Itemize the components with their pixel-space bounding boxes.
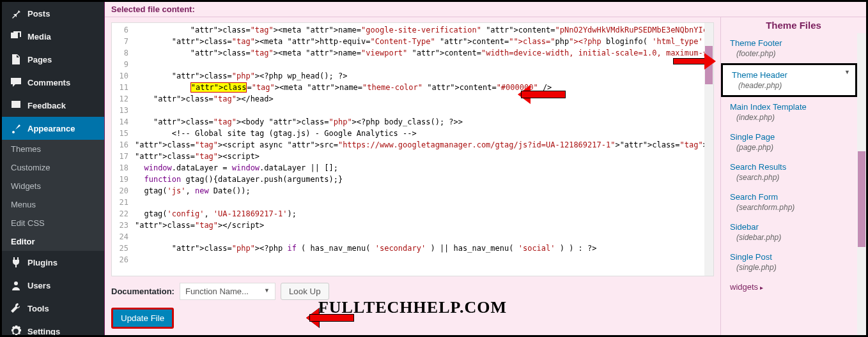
svg-point-0 bbox=[14, 281, 18, 285]
theme-file-single-page[interactable]: Single Page(page.php) bbox=[721, 127, 857, 157]
theme-file-search-results[interactable]: Search Results(search.php) bbox=[721, 157, 857, 187]
files-scrollbar[interactable] bbox=[857, 33, 866, 335]
sidebar-sub-editor[interactable]: Editor bbox=[2, 232, 104, 251]
selected-file-label: Selected file content: bbox=[105, 2, 866, 17]
media-icon bbox=[10, 30, 22, 43]
annotation-arrow bbox=[673, 53, 724, 70]
theme-file-search-form[interactable]: Search Form(searchform.php) bbox=[721, 187, 857, 217]
lookup-button[interactable]: Look Up bbox=[281, 283, 329, 300]
line-gutter: 67891011121314151617181920212223242526 bbox=[112, 23, 132, 276]
admin-sidebar: PostsMediaPagesCommentsFeedback Appearan… bbox=[2, 2, 104, 335]
theme-file-single-post[interactable]: Single Post(single.php) bbox=[721, 247, 857, 277]
sidebar-item-pages[interactable]: Pages bbox=[2, 48, 104, 71]
users-icon bbox=[10, 279, 22, 292]
sidebar-item-users[interactable]: Users bbox=[2, 274, 104, 297]
watermark: FULLTECHHELP.COM bbox=[318, 298, 507, 317]
brush-icon bbox=[10, 122, 22, 135]
documentation-label: Documentation: bbox=[111, 287, 174, 296]
sidebar-item-media[interactable]: Media bbox=[2, 25, 104, 48]
sidebar-sub-edit-css[interactable]: Edit CSS bbox=[2, 214, 104, 232]
code-content[interactable]: "attr">class="tag"><meta "attr">name="go… bbox=[132, 23, 704, 276]
plug-icon bbox=[10, 256, 22, 269]
theme-file-theme-header[interactable]: Theme Header(header.php) bbox=[721, 63, 857, 97]
feedback-icon bbox=[10, 99, 22, 112]
sidebar-sub-themes[interactable]: Themes bbox=[2, 140, 104, 158]
code-editor[interactable]: 67891011121314151617181920212223242526 "… bbox=[111, 22, 714, 276]
theme-file-theme-footer[interactable]: Theme Footer(footer.php) bbox=[721, 33, 857, 63]
sidebar-item-comments[interactable]: Comments bbox=[2, 71, 104, 94]
theme-file-main-index-template[interactable]: Main Index Template(index.php) bbox=[721, 97, 857, 127]
theme-file-widgets[interactable]: widgets bbox=[721, 277, 857, 297]
comment-icon bbox=[10, 76, 22, 89]
sidebar-item-feedback[interactable]: Feedback bbox=[2, 94, 104, 117]
sidebar-item-appearance[interactable]: Appearance bbox=[2, 117, 104, 140]
annotation-arrow bbox=[508, 85, 572, 104]
sidebar-item-posts[interactable]: Posts bbox=[2, 2, 104, 25]
page-icon bbox=[10, 53, 22, 66]
sidebar-item-plugins[interactable]: Plugins bbox=[2, 251, 104, 274]
sidebar-sub-menus[interactable]: Menus bbox=[2, 195, 104, 214]
wrench-icon bbox=[10, 302, 22, 315]
theme-file-sidebar[interactable]: Sidebar(sidebar.php) bbox=[721, 217, 857, 247]
sidebar-label: Appearance bbox=[27, 124, 75, 133]
update-file-button[interactable]: Update File bbox=[111, 308, 174, 329]
pin-icon bbox=[10, 7, 22, 20]
theme-files-panel: Theme Files Theme Footer(footer.php)Them… bbox=[720, 17, 866, 335]
main-area: Selected file content: 67891011121314151… bbox=[104, 2, 866, 335]
sidebar-sub-widgets[interactable]: Widgets bbox=[2, 177, 104, 195]
gear-icon bbox=[10, 325, 22, 337]
sidebar-sub-customize[interactable]: Customize bbox=[2, 158, 104, 177]
sidebar-item-tools[interactable]: Tools bbox=[2, 297, 104, 320]
function-select[interactable]: Function Name... bbox=[180, 283, 275, 300]
sidebar-item-settings[interactable]: Settings bbox=[2, 320, 104, 337]
theme-files-title: Theme Files bbox=[721, 17, 866, 33]
